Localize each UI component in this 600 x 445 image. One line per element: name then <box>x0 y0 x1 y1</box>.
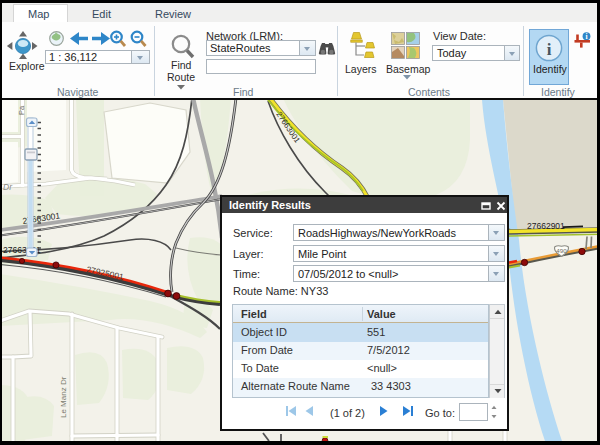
svg-text:490: 490 <box>556 247 567 254</box>
svg-text:i: i <box>585 32 587 41</box>
svg-text:Dr: Dr <box>3 182 13 192</box>
svg-text:27662901: 27662901 <box>527 221 565 231</box>
svg-text:i: i <box>547 40 552 59</box>
svg-text:Le Manz Dr: Le Manz Dr <box>59 376 68 418</box>
svg-text:Pa: Pa <box>17 105 26 115</box>
